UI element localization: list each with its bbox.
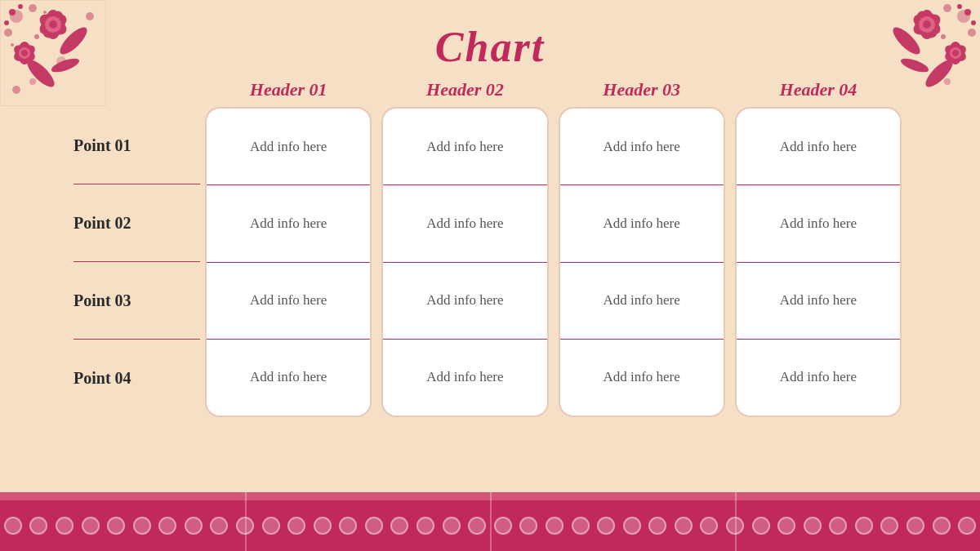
cell-03-04[interactable]: Add info here [737, 263, 900, 340]
header-01: Header 01 [200, 79, 376, 107]
lace-dot [804, 517, 822, 535]
lace-dot [572, 517, 590, 535]
columns-container: Add info here Add info here Add info her… [200, 107, 906, 417]
lace-dot [133, 517, 151, 535]
banner-divider-3 [735, 492, 737, 551]
lace-dot [365, 517, 383, 535]
lace-dot [906, 517, 924, 535]
lace-dot [597, 517, 615, 535]
cell-02-04[interactable]: Add info here [737, 185, 900, 262]
lace-dot [82, 517, 100, 535]
row-label-03: Point 03 [74, 262, 200, 340]
lace-dot [416, 517, 434, 535]
cell-04-03[interactable]: Add info here [560, 340, 724, 415]
page: Chart Header 01 Header 02 Header 03 Head… [0, 0, 980, 551]
lace-dot [107, 517, 125, 535]
cell-02-02[interactable]: Add info here [383, 185, 546, 262]
lace-dot [262, 517, 280, 535]
lace-dot [546, 517, 564, 535]
row-labels: Point 01 Point 02 Point 03 Point 04 [74, 107, 200, 417]
lace-dot [933, 517, 951, 535]
lace-dot [700, 517, 718, 535]
data-column-02: Add info here Add info here Add info her… [381, 107, 548, 417]
lace-dot [287, 517, 305, 535]
cell-01-02[interactable]: Add info here [383, 109, 546, 185]
lace-dot [829, 517, 847, 535]
table-body: Point 01 Point 02 Point 03 Point 04 Add … [74, 107, 906, 417]
cell-01-01[interactable]: Add info here [207, 109, 370, 185]
cell-02-01[interactable]: Add info here [207, 185, 370, 262]
lace-dot [210, 517, 228, 535]
lace-dot [777, 517, 795, 535]
banner-divider-2 [490, 492, 492, 551]
lace-dot [519, 517, 537, 535]
banner-divider-1 [245, 492, 247, 551]
lace-dot [648, 517, 666, 535]
lace-dot [958, 517, 976, 535]
cell-03-01[interactable]: Add info here [207, 263, 370, 340]
bottom-banner [0, 492, 980, 551]
lace-dot [880, 517, 898, 535]
lace-dot [390, 517, 408, 535]
cell-03-03[interactable]: Add info here [560, 263, 724, 340]
header-02: Header 02 [376, 79, 553, 107]
header-04: Header 04 [730, 79, 906, 107]
lace-dot [339, 517, 357, 535]
cell-01-03[interactable]: Add info here [560, 109, 724, 185]
lace-dot [443, 517, 461, 535]
data-column-03: Add info here Add info here Add info her… [559, 107, 725, 417]
lace-dot [855, 517, 873, 535]
cell-01-04[interactable]: Add info here [737, 109, 900, 185]
data-column-04: Add info here Add info here Add info her… [735, 107, 902, 417]
lace-dot [494, 517, 512, 535]
page-title: Chart [0, 0, 980, 71]
lace-dot [675, 517, 693, 535]
data-column-01: Add info here Add info here Add info her… [205, 107, 372, 417]
lace-dot [623, 517, 641, 535]
row-label-01: Point 01 [74, 107, 200, 184]
cell-02-03[interactable]: Add info here [560, 185, 724, 262]
row-label-02: Point 02 [74, 184, 200, 262]
lace-dot [314, 517, 332, 535]
header-03: Header 03 [554, 79, 730, 107]
lace-dot [468, 517, 486, 535]
lace-dot [185, 517, 203, 535]
lace-dot [56, 517, 74, 535]
row-label-04: Point 04 [74, 340, 200, 417]
lace-dot [158, 517, 176, 535]
cell-04-01[interactable]: Add info here [207, 340, 370, 415]
lace-dot [4, 517, 22, 535]
cell-04-02[interactable]: Add info here [383, 340, 546, 415]
cell-04-04[interactable]: Add info here [737, 340, 900, 415]
chart-area: Header 01 Header 02 Header 03 Header 04 … [0, 79, 980, 417]
lace-dot [29, 517, 47, 535]
cell-03-02[interactable]: Add info here [383, 263, 546, 340]
lace-dot [752, 517, 770, 535]
header-row: Header 01 Header 02 Header 03 Header 04 [200, 79, 906, 107]
